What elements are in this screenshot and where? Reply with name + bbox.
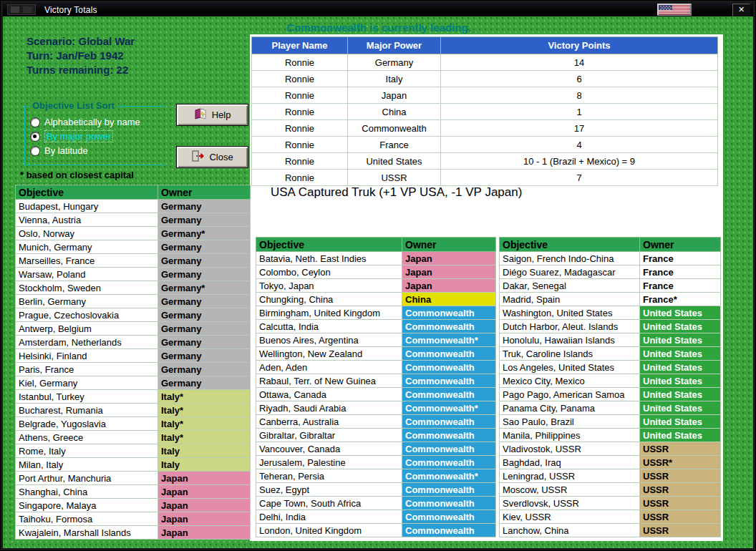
- objective-cell: Kiev, USSR: [500, 510, 640, 524]
- objective-row: Milan, ItalyItaly: [16, 458, 251, 472]
- objective-cell: Baghdad, Iraq: [500, 456, 640, 469]
- objective-cell: Port Arthur, Manchuria: [16, 472, 158, 485]
- objective-cell: Riyadh, Saudi Arabia: [256, 401, 402, 415]
- owner-cell: United States: [640, 306, 721, 320]
- sort-option-by-latitude[interactable]: By latitude: [30, 145, 160, 156]
- radio-icon: [30, 132, 40, 142]
- help-button-label: Help: [212, 109, 231, 120]
- vp-points-cell: 6: [441, 71, 718, 87]
- objective-cell: Bucharest, Rumania: [16, 404, 158, 417]
- objective-cell: Dutch Harbor, Aleut. Islands: [500, 320, 640, 333]
- objective-row: Saigon, French Indo-ChinaFrance: [500, 252, 721, 265]
- objective-row: Sao Paulo, BrazilUnited States: [500, 415, 721, 429]
- vp-header-power: Major Power: [348, 37, 441, 54]
- objective-row: Tokyo, JapanJapan: [256, 279, 496, 293]
- owner-cell: Japan: [402, 252, 496, 265]
- owner-cell: United States: [640, 401, 721, 415]
- owner-cell: Germany: [158, 200, 251, 213]
- vp-table-body: RonnieGermany14RonnieItaly6RonnieJapan8R…: [252, 54, 718, 186]
- objective-cell: Jerusalem, Palestine: [256, 456, 402, 469]
- objective-cell: Honolulu, Hawaiian Islands: [500, 333, 640, 347]
- vp-row: RonnieJapan8: [252, 87, 718, 104]
- owner-cell: Commonwealth: [402, 429, 496, 442]
- owner-cell: Japan: [158, 512, 251, 526]
- objective-row: Manila, PhilippinesUnited States: [500, 429, 721, 442]
- objective-row: Taihoku, FormosaJapan: [16, 512, 251, 526]
- close-window-button[interactable]: ✕: [732, 4, 750, 16]
- owner-cell: USSR*: [640, 456, 721, 469]
- objective-row: Gibraltar, GibraltarCommonwealth: [256, 429, 496, 442]
- objective-row: Pago Pago, American SamoaUnited States: [500, 388, 721, 401]
- objective-table-left: Objective Owner Budapest, HungaryGermany…: [15, 185, 251, 540]
- help-book-icon: [194, 108, 207, 122]
- close-button-label: Close: [209, 152, 233, 162]
- owner-cell: Germany: [158, 363, 251, 376]
- owner-cell: Italy*: [158, 404, 251, 417]
- objective-cell: Diégo Suarez, Madagascar: [500, 265, 640, 279]
- vp-header-player: Player Name: [252, 37, 348, 54]
- owner-cell: Germany*: [158, 281, 251, 295]
- vp-player-cell: Ronnie: [252, 170, 348, 186]
- objective-row: Baghdad, IraqUSSR*: [500, 456, 721, 469]
- owner-cell: Germany: [158, 268, 251, 281]
- owner-cell: Italy: [158, 444, 251, 458]
- objective-table-middle: Objective Owner Batavia, Neth. East Indi…: [256, 237, 496, 537]
- leading-status-text: Commonwealth is currently leading.: [22, 21, 735, 34]
- objective-cell: Paris, France: [16, 363, 158, 376]
- owner-cell: Commonwealth: [402, 320, 496, 333]
- objective-cell: Rabaul, Terr. of New Guinea: [256, 374, 402, 388]
- objective-row: Madrid, SpainFrance*: [500, 293, 721, 306]
- owner-cell: Germany: [158, 376, 251, 390]
- sort-option-alphabetically-by-name[interactable]: Alphabetically by name: [30, 117, 160, 127]
- objective-cell: Athens, Greece: [16, 431, 158, 444]
- objective-row: Singapore, MalayaJapan: [16, 499, 251, 512]
- objective-row: Canberra, AustraliaCommonwealth: [256, 415, 496, 429]
- owner-cell: Commonwealth: [402, 347, 496, 361]
- vp-points-cell: 7: [441, 170, 718, 186]
- objective-row: Vladivostok, USSRUSSR: [500, 442, 721, 456]
- owner-cell: Japan: [158, 485, 251, 499]
- owner-cell: United States: [640, 415, 721, 429]
- owner-cell: Germany: [158, 240, 251, 254]
- objective-row: Moscow, USSRUSSR: [500, 483, 721, 497]
- objective-row: Berlin, GermanyGermany: [16, 295, 251, 308]
- objective-cell: Teheran, Persia: [256, 469, 402, 483]
- objective-cell: Milan, Italy: [16, 458, 158, 472]
- objective-row: Vancouver, CanadaCommonwealth: [256, 442, 496, 456]
- objective-row: Stockholm, SwedenGermany*: [16, 281, 251, 295]
- objective-row: Bucharest, RumaniaItaly*: [16, 404, 251, 417]
- objective-row: London, United KingdomCommonwealth: [256, 524, 496, 537]
- owner-cell: Germany: [158, 322, 251, 336]
- objective-cell: Taihoku, Formosa: [16, 512, 158, 526]
- objective-row: Istanbul, TurkeyItaly*: [16, 390, 251, 404]
- objective-cell: Los Angeles, United States: [500, 361, 640, 374]
- sort-option-by-major-power[interactable]: By major power: [30, 130, 160, 142]
- owner-cell: France*: [640, 293, 721, 306]
- objective-row: Truk, Caroline IslandsUnited States: [500, 347, 721, 361]
- vp-points-cell: 10 - 1 (Brazil + Mexico) = 9: [441, 153, 718, 170]
- vp-row: RonnieFrance4: [252, 137, 718, 153]
- objective-row: Dakar, SenegalFrance: [500, 279, 721, 293]
- objective-row: Diégo Suarez, MadagascarFrance: [500, 265, 721, 279]
- radio-icon: [30, 117, 40, 127]
- owner-cell: Germany: [158, 349, 251, 363]
- radio-icon: [30, 146, 40, 156]
- vp-power-cell: United States: [348, 153, 441, 170]
- objective-row: Wellington, New ZealandCommonwealth: [256, 347, 496, 361]
- app-icon[interactable]: [7, 4, 36, 15]
- exit-door-icon: [191, 150, 204, 164]
- objective-row: Suez, EgyptCommonwealth: [256, 483, 496, 497]
- title-bar: Victory Totals ✕: [3, 3, 753, 16]
- objective-cell: Calcutta, India: [256, 320, 402, 333]
- vp-player-cell: Ronnie: [252, 104, 348, 120]
- vp-player-cell: Ronnie: [252, 54, 348, 71]
- owner-cell: United States: [640, 361, 721, 374]
- owner-cell: Germany: [158, 295, 251, 308]
- window-title: Victory Totals: [44, 5, 97, 15]
- close-button[interactable]: Close: [176, 146, 248, 168]
- owner-cell: Commonwealth: [402, 524, 496, 537]
- help-button[interactable]: Help: [176, 104, 248, 126]
- objective-row: Rabaul, Terr. of New GuineaCommonwealth: [256, 374, 496, 388]
- objective-row: Aden, AdenCommonwealth: [256, 361, 496, 374]
- objective-row: Munich, GermanyGermany: [16, 240, 251, 254]
